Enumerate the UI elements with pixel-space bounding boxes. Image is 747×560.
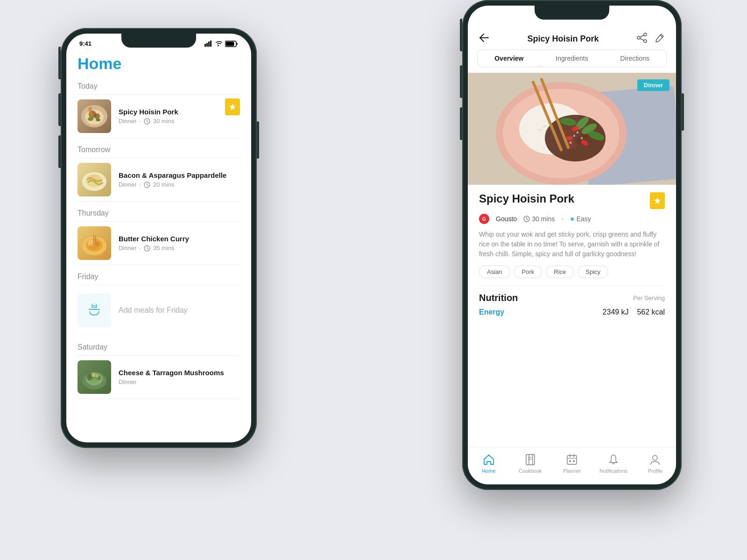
bell-icon: [607, 454, 620, 466]
bottom-nav-right: Home Cookbook: [468, 447, 676, 484]
meal-name-pork: Spicy Hoisin Pork: [119, 108, 240, 116]
home-nav-icon: [482, 453, 495, 466]
meta-source: Gousto: [496, 215, 517, 223]
meal-thumb-curry: [78, 226, 111, 260]
back-button[interactable]: [479, 34, 489, 44]
svg-rect-2: [208, 42, 210, 47]
svg-point-65: [577, 132, 578, 133]
svg-point-68: [570, 142, 571, 144]
meal-meta-mushroom: Dinner: [119, 378, 240, 385]
svg-marker-15: [229, 104, 236, 110]
today-section: Today: [78, 82, 240, 138]
clock-icon-pasta: [144, 182, 150, 188]
svg-point-51: [538, 129, 543, 131]
meal-meta-curry: Dinner · 35 mins: [119, 245, 240, 252]
clock-icon-curry: [144, 245, 150, 252]
meal-name-curry: Butter Chicken Curry: [119, 235, 240, 243]
tab-overview[interactable]: Overview: [478, 50, 541, 67]
nav-home-label: Home: [482, 468, 495, 474]
pork-thumb-img: [78, 99, 111, 133]
star-icon-recipe: [654, 196, 661, 205]
home-title: Home: [78, 51, 240, 73]
notch-left: [121, 34, 196, 48]
phone-right: Spicy Hoisin Pork: [462, 0, 682, 490]
svg-marker-71: [654, 197, 661, 204]
meal-meta-pork: Dinner · 30 mins: [119, 118, 240, 125]
edit-button[interactable]: [655, 33, 665, 45]
home-content: Home Today: [66, 51, 251, 432]
nutrition-energy-values: 2349 kJ 562 kcal: [603, 308, 665, 316]
svg-point-10: [88, 117, 93, 121]
meal-card-pork[interactable]: Spicy Hoisin Pork Dinner · 30 mins: [78, 94, 240, 138]
signal-icon: [204, 41, 213, 47]
nav-cookbook-label: Cookbook: [519, 468, 542, 474]
recipe-name-big: Spicy Hoisin Pork: [479, 192, 574, 205]
per-serving: Per Serving: [633, 294, 665, 301]
svg-rect-73: [526, 455, 533, 465]
tag-spicy[interactable]: Spicy: [578, 266, 608, 278]
tag-pork[interactable]: Pork: [514, 266, 543, 278]
meal-name-pasta: Bacon & Asparagus Pappardelle: [119, 171, 240, 179]
nav-planner[interactable]: Planner: [558, 453, 586, 474]
meta-time: 30 mins: [523, 215, 555, 223]
svg-rect-81: [569, 460, 571, 462]
meal-card-curry[interactable]: Butter Chicken Curry Dinner · 35 mins: [78, 221, 240, 265]
add-meal-friday[interactable]: Add meals for Friday: [78, 285, 240, 336]
thursday-label: Thursday: [78, 209, 240, 217]
tag-asian[interactable]: Asian: [479, 266, 510, 278]
meal-name-mushroom: Cheese & Tarragon Mushrooms: [119, 369, 240, 377]
saturday-label: Saturday: [78, 343, 240, 351]
phone-left: 9:41: [61, 28, 257, 448]
nav-cookbook[interactable]: Cookbook: [516, 453, 544, 474]
profile-icon: [649, 454, 661, 466]
share-button[interactable]: [637, 33, 647, 45]
meal-info-mushroom: Cheese & Tarragon Mushrooms Dinner: [119, 369, 240, 385]
friday-section: Friday Add meals for Friday: [78, 273, 240, 336]
svg-rect-1: [206, 43, 208, 47]
profile-nav-icon: [648, 453, 662, 466]
meal-meta-pasta: Dinner · 20 mins: [119, 181, 240, 188]
svg-point-67: [581, 137, 583, 139]
nutrition-energy-label: Energy: [479, 308, 504, 316]
notifications-nav-icon: [607, 453, 620, 466]
recipe-description: Whip out your wok and get sticky pork, c…: [479, 230, 665, 259]
recipe-bookmark[interactable]: [650, 192, 665, 209]
meal-card-pasta[interactable]: Bacon & Asparagus Pappardelle Dinner · 2…: [78, 158, 240, 202]
star-icon-pork: [229, 103, 236, 111]
nav-planner-label: Planner: [563, 468, 581, 474]
meal-thumb-pork: [78, 99, 111, 133]
nav-notifications[interactable]: Notifications: [599, 453, 627, 474]
svg-point-34: [90, 378, 99, 384]
meal-card-mushroom[interactable]: Cheese & Tarragon Mushrooms Dinner: [78, 355, 240, 399]
wifi-icon: [215, 41, 223, 47]
nav-home[interactable]: Home: [475, 453, 503, 474]
pasta-thumb-img: [78, 163, 111, 196]
meal-thumb-pasta: [78, 163, 111, 196]
tab-directions[interactable]: Directions: [603, 50, 666, 67]
svg-point-36: [96, 375, 99, 378]
svg-point-9: [94, 113, 100, 119]
tag-rice[interactable]: Rice: [546, 266, 574, 278]
today-label: Today: [78, 82, 240, 91]
tab-ingredients[interactable]: Ingredients: [541, 50, 604, 67]
svg-rect-82: [573, 460, 575, 462]
svg-point-26: [89, 244, 98, 250]
share-icon: [637, 33, 647, 43]
svg-point-66: [573, 135, 575, 137]
meal-info-pasta: Bacon & Asparagus Pappardelle Dinner · 2…: [119, 171, 240, 188]
planner-nav-icon: [565, 453, 578, 466]
status-icons: [204, 41, 238, 47]
phone-left-screen: 9:41: [66, 34, 251, 442]
nav-profile[interactable]: Profile: [641, 453, 669, 474]
status-time: 9:41: [79, 40, 92, 47]
svg-point-19: [89, 177, 92, 181]
nutrition-title: Nutrition: [479, 293, 518, 303]
meal-info-curry: Butter Chicken Curry Dinner · 35 mins: [119, 235, 240, 252]
bookmark-badge-pork: [225, 98, 240, 115]
planner-icon: [566, 454, 578, 466]
friday-label: Friday: [78, 273, 240, 281]
svg-rect-3: [210, 41, 211, 47]
dinner-badge: Dinner: [637, 79, 669, 91]
notch-right: [535, 6, 609, 20]
meta-difficulty: ● Easy: [570, 215, 591, 223]
